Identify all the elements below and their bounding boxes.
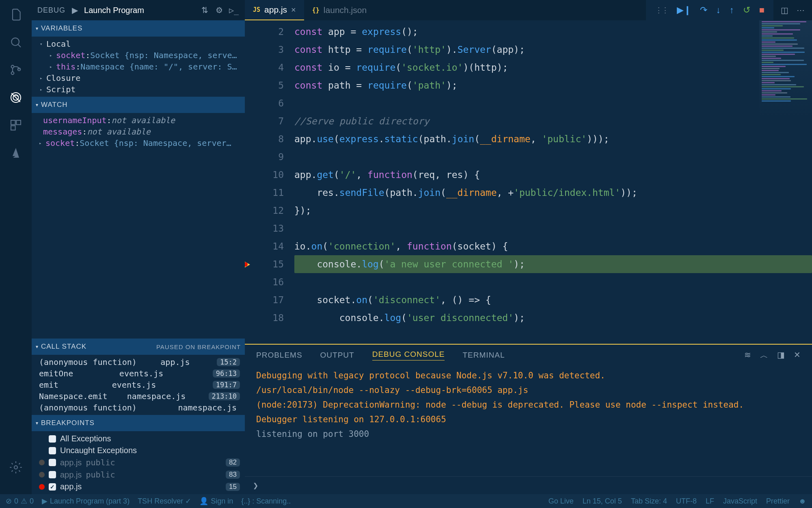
minimap[interactable] <box>759 20 812 344</box>
tab-output[interactable]: OUTPUT <box>320 351 354 360</box>
files-icon[interactable] <box>9 7 23 22</box>
variables-section: ▾VARIABLES ▾Local ▸socket: Socket {nsp: … <box>32 20 245 97</box>
bp-uncaught-exceptions[interactable]: Uncaught Exceptions <box>32 445 245 456</box>
callstack-title: CALL STACK <box>41 343 86 351</box>
config-selector-icon[interactable]: ⇅ <box>199 5 210 15</box>
svg-rect-8 <box>11 126 15 130</box>
scope-local[interactable]: ▾Local <box>32 38 245 50</box>
status-resolver[interactable]: TSH Resolver ✓ <box>138 497 191 506</box>
variable-row[interactable]: ▸socket: Socket {nsp: Namespace, serve… <box>32 50 245 61</box>
settings-icon[interactable] <box>9 460 23 475</box>
tab-app-js[interactable]: JS app.js × <box>245 0 304 20</box>
code-editor[interactable]: 23456789101112131415161718 const app = e… <box>245 20 812 344</box>
tab-label: launch.json <box>324 5 367 15</box>
start-debug-icon[interactable]: ▶ <box>69 5 80 15</box>
drag-handle-icon[interactable]: ⋮⋮ <box>655 6 668 15</box>
tab-terminal[interactable]: TERMINAL <box>462 351 505 360</box>
variables-title: VARIABLES <box>41 24 82 33</box>
search-icon[interactable] <box>9 35 23 50</box>
launch-config-dropdown[interactable]: Launch Program <box>84 6 195 15</box>
watch-row[interactable]: ▸socket: Socket {nsp: Namespace, server… <box>32 137 245 149</box>
breakpoints-section: ▾BREAKPOINTS All Exceptions Uncaught Exc… <box>32 415 245 494</box>
status-tabsize[interactable]: Tab Size: 4 <box>631 497 667 506</box>
svg-rect-7 <box>16 120 21 125</box>
split-editor-icon[interactable]: ◫ <box>781 5 788 15</box>
status-launch[interactable]: ▶ Launch Program (part 3) <box>42 497 130 506</box>
watch-header[interactable]: ▾WATCH <box>32 97 245 113</box>
tab-problems[interactable]: PROBLEMS <box>256 351 302 360</box>
breakpoint-row[interactable]: app.jspublic82 <box>32 456 245 469</box>
panel-tabs: PROBLEMS OUTPUT DEBUG CONSOLE TERMINAL ≋… <box>245 345 812 366</box>
status-golive[interactable]: Go Live <box>549 497 574 506</box>
status-position[interactable]: Ln 15, Col 5 <box>583 497 622 506</box>
svg-rect-6 <box>11 120 15 125</box>
debug-header: DEBUG ▶ Launch Program ⇅ ⚙ ▷_ <box>32 0 245 20</box>
collapse-panel-icon[interactable]: ︿ <box>760 350 768 361</box>
debug-title: DEBUG <box>37 6 65 15</box>
callstack-frame[interactable]: Namespace.emitnamespace.js213:10 <box>32 391 245 402</box>
status-scanning[interactable]: {..} : Scanning.. <box>241 497 291 506</box>
editor-area: JS app.js × {} launch.json ⋮⋮ ▶❙ ↷ ↓ ↑ ↺… <box>245 0 812 494</box>
editor-tabs: JS app.js × {} launch.json ⋮⋮ ▶❙ ↷ ↓ ↑ ↺… <box>245 0 812 20</box>
scm-icon[interactable] <box>9 63 23 77</box>
callstack-frame[interactable]: emitOneevents.js96:13 <box>32 368 245 379</box>
status-eol[interactable]: LF <box>706 497 714 506</box>
debug-console-output: Debugging with legacy protocol because N… <box>245 366 812 476</box>
callstack-frame[interactable]: (anonymous function)app.js15:2 <box>32 356 245 368</box>
callstack-frame[interactable]: (anonymous function)namespace.js <box>32 402 245 413</box>
status-errors[interactable]: ⊘ 0 ⚠ 0 <box>6 497 34 506</box>
svg-point-1 <box>11 65 14 68</box>
status-feedback-icon[interactable]: ☻ <box>799 497 806 506</box>
callstack-frame[interactable]: emitevents.js191:7 <box>32 379 245 391</box>
debug-console-input[interactable]: ❯ <box>245 476 812 494</box>
more-actions-icon[interactable]: ⋯ <box>797 5 805 15</box>
debug-icon[interactable] <box>9 90 23 105</box>
callstack-header[interactable]: ▾CALL STACKPAUSED ON BREAKPOINT <box>32 339 245 355</box>
debug-toolbar: ⋮⋮ ▶❙ ↷ ↓ ↑ ↺ ■ <box>646 0 773 20</box>
maximize-panel-icon[interactable]: ◨ <box>777 350 785 361</box>
step-out-icon[interactable]: ↑ <box>730 5 734 15</box>
close-tab-icon[interactable]: × <box>291 5 296 15</box>
watch-section: ▾WATCH usernameInput: not available mess… <box>32 97 245 150</box>
status-prettier[interactable]: Prettier <box>766 497 790 506</box>
breakpoint-row[interactable]: ✓app.js15 <box>32 481 245 493</box>
status-bar: ⊘ 0 ⚠ 0 ▶ Launch Program (part 3) TSH Re… <box>0 494 812 508</box>
bp-all-exceptions[interactable]: All Exceptions <box>32 433 245 445</box>
scope-script[interactable]: ▸Script <box>32 84 245 95</box>
step-into-icon[interactable]: ↓ <box>716 5 721 15</box>
watch-row[interactable]: usernameInput: not available <box>32 115 245 126</box>
tab-debug-console[interactable]: DEBUG CONSOLE <box>372 350 445 360</box>
tab-label: app.js <box>264 5 287 15</box>
status-encoding[interactable]: UTF-8 <box>676 497 697 506</box>
status-signin[interactable]: 👤 Sign in <box>199 497 233 506</box>
clear-console-icon[interactable]: ≋ <box>744 350 751 361</box>
extensions-icon[interactable] <box>9 118 23 132</box>
bottom-panel: PROBLEMS OUTPUT DEBUG CONSOLE TERMINAL ≋… <box>245 344 812 494</box>
breakpoints-header[interactable]: ▾BREAKPOINTS <box>32 415 245 431</box>
debug-sidebar: DEBUG ▶ Launch Program ⇅ ⚙ ▷_ ▾VARIABLES… <box>32 0 245 494</box>
js-file-icon: JS <box>253 6 260 13</box>
svg-point-9 <box>14 466 17 469</box>
activity-bar <box>0 0 32 494</box>
variable-row[interactable]: ▸this: Namespace {name: "/", server: S… <box>32 61 245 72</box>
breakpoint-row[interactable]: app.jspublic83 <box>32 469 245 481</box>
breakpoints-title: BREAKPOINTS <box>41 419 95 427</box>
editor-toolbar: ◫ ⋯ <box>773 0 812 20</box>
gear-icon[interactable]: ⚙ <box>214 5 225 15</box>
continue-icon[interactable]: ▶❙ <box>677 5 691 15</box>
tab-launch-json[interactable]: {} launch.json <box>304 0 375 20</box>
svg-point-2 <box>11 72 14 75</box>
watch-row[interactable]: messages: not available <box>32 126 245 137</box>
variables-header[interactable]: ▾VARIABLES <box>32 20 245 37</box>
status-language[interactable]: JavaScript <box>723 497 757 506</box>
stop-icon[interactable]: ■ <box>759 5 764 15</box>
azure-icon[interactable] <box>9 145 23 160</box>
close-panel-icon[interactable]: ✕ <box>794 350 801 361</box>
scope-closure[interactable]: ▸Closure <box>32 72 245 84</box>
svg-point-0 <box>11 38 19 46</box>
debug-console-icon[interactable]: ▷_ <box>229 5 239 15</box>
step-over-icon[interactable]: ↷ <box>700 5 707 15</box>
callstack-section: ▾CALL STACKPAUSED ON BREAKPOINT (anonymo… <box>32 339 245 415</box>
restart-icon[interactable]: ↺ <box>743 5 750 15</box>
callstack-status: PAUSED ON BREAKPOINT <box>156 343 241 350</box>
